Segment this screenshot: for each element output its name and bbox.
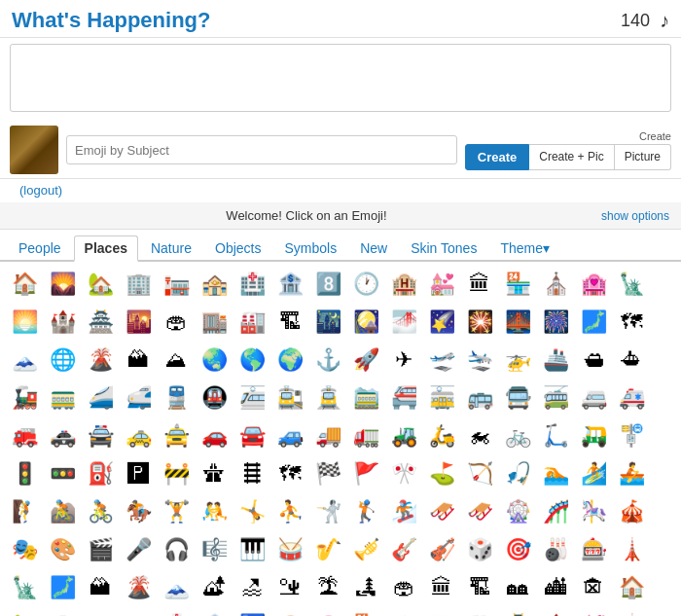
emoji-item[interactable]: 🎡 [499, 493, 536, 530]
emoji-item[interactable]: 🌄 [44, 266, 81, 303]
emoji-item[interactable]: 🏊 [537, 455, 574, 492]
emoji-item[interactable]: 🏛 [461, 266, 498, 303]
emoji-item[interactable]: 🏗 [461, 569, 498, 606]
emoji-item[interactable]: 🏰 [44, 304, 81, 341]
emoji-item[interactable]: 🏔 [82, 569, 119, 606]
emoji-item[interactable]: 🌠 [423, 304, 460, 341]
emoji-item[interactable]: 🚙 [271, 417, 308, 454]
emoji-item[interactable]: 🏨 [271, 607, 308, 616]
emoji-item[interactable]: 🏯 [499, 607, 536, 616]
emoji-item[interactable]: 🚍 [499, 380, 536, 417]
emoji-item[interactable]: 🏬 [196, 304, 233, 341]
emoji-item[interactable]: 🗾 [575, 304, 612, 341]
emoji-item[interactable]: 🚈 [233, 380, 270, 417]
emoji-item[interactable]: 🌋 [120, 569, 157, 606]
emoji-item[interactable]: 🏂 [385, 493, 422, 530]
emoji-item[interactable]: 🏪 [347, 607, 384, 616]
emoji-item[interactable]: 🌏 [196, 342, 233, 379]
emoji-item[interactable]: 🚴 [82, 493, 119, 530]
emoji-item[interactable]: 🗼 [613, 607, 650, 616]
picture-button[interactable]: Picture [615, 144, 671, 170]
emoji-item[interactable]: 🚣 [613, 455, 650, 492]
emoji-item[interactable]: 🚵 [44, 493, 81, 530]
emoji-item[interactable]: 🚇 [196, 380, 233, 417]
emoji-item[interactable]: 🚄 [82, 380, 119, 417]
emoji-item[interactable]: 🏛 [423, 569, 460, 606]
emoji-item[interactable]: 🏫 [385, 607, 422, 616]
emoji-item[interactable]: 🏘 [499, 569, 536, 606]
emoji-item[interactable]: 🏰 [537, 607, 574, 616]
emoji-item[interactable]: 🚕 [120, 417, 157, 454]
emoji-item[interactable]: 🗼 [613, 531, 650, 568]
emoji-item[interactable]: 🗽 [6, 569, 43, 606]
emoji-item[interactable]: 🏔 [120, 342, 157, 379]
emoji-item[interactable]: 🕐 [347, 266, 384, 303]
emoji-item[interactable]: 🏢 [44, 607, 81, 616]
emoji-item[interactable]: 🧗 [6, 493, 43, 530]
emoji-item[interactable]: 🏄 [575, 455, 612, 492]
emoji-item[interactable]: 🏗 [271, 304, 308, 341]
emoji-item[interactable]: 🚂 [6, 380, 43, 417]
tab-new[interactable]: New [349, 236, 398, 260]
emoji-item[interactable]: 🚦 [6, 455, 43, 492]
emoji-item[interactable]: 🎠 [575, 493, 612, 530]
emoji-item[interactable]: 🏇 [120, 493, 157, 530]
emoji-item[interactable]: 🛷 [423, 493, 460, 530]
emoji-item[interactable]: 🏟 [385, 569, 422, 606]
emoji-item[interactable]: 🏝 [309, 569, 346, 606]
emoji-item[interactable]: 🎨 [44, 531, 81, 568]
emoji-item[interactable]: 🎰 [575, 531, 612, 568]
emoji-item[interactable]: ⛰ [158, 342, 195, 379]
emoji-item[interactable]: 🌅 [6, 304, 43, 341]
emoji-item[interactable]: 🏍 [461, 417, 498, 454]
emoji-item[interactable]: 🛵 [423, 417, 460, 454]
create-button[interactable]: Create [465, 144, 529, 170]
tab-nature[interactable]: Nature [140, 236, 202, 260]
show-options[interactable]: show options [601, 209, 669, 223]
emoji-item[interactable]: 🏡 [6, 607, 43, 616]
emoji-item[interactable]: 🚧 [158, 455, 195, 492]
emoji-item[interactable]: 🚁 [499, 342, 536, 379]
emoji-item[interactable]: 🏥 [158, 607, 195, 616]
emoji-item[interactable]: 🌍 [271, 342, 308, 379]
emoji-item[interactable]: 🚜 [385, 417, 422, 454]
emoji-item[interactable]: ⛴ [613, 342, 650, 379]
emoji-item[interactable]: 🏬 [423, 607, 460, 616]
emoji-item[interactable]: 🎸 [385, 531, 422, 568]
emoji-item[interactable]: 🛫 [423, 342, 460, 379]
emoji-item[interactable]: 🚗 [196, 417, 233, 454]
emoji-item[interactable]: 🛺 [575, 417, 612, 454]
emoji-item[interactable]: 🚥 [44, 455, 81, 492]
emoji-item[interactable]: 🚏 [613, 417, 650, 454]
emoji-item[interactable]: 🏁 [309, 455, 346, 492]
emoji-item[interactable]: 🏋 [158, 493, 195, 530]
emoji-item[interactable]: 🚉 [271, 380, 308, 417]
emoji-item[interactable]: 🚋 [423, 380, 460, 417]
emoji-item[interactable]: 🚆 [158, 380, 195, 417]
emoji-item[interactable]: 🎲 [461, 531, 498, 568]
emoji-item[interactable]: 🤼 [196, 493, 233, 530]
emoji-item[interactable]: 🎇 [461, 304, 498, 341]
emoji-item[interactable]: 🏙 [537, 569, 574, 606]
logout-link[interactable]: (logout) [10, 181, 62, 198]
emoji-item[interactable]: 🎪 [613, 493, 650, 530]
emoji-item[interactable]: 🤺 [309, 493, 346, 530]
emoji-item[interactable]: 🏩 [309, 607, 346, 616]
emoji-item[interactable]: 🌋 [82, 342, 119, 379]
emoji-item[interactable]: 🎣 [499, 455, 536, 492]
emoji-item[interactable]: 🚅 [120, 380, 157, 417]
emoji-item[interactable]: 🚖 [158, 417, 195, 454]
emoji-item[interactable]: 🎯 [499, 531, 536, 568]
emoji-item[interactable]: 🏨 [385, 266, 422, 303]
emoji-item[interactable]: 🏪 [499, 266, 536, 303]
emoji-item[interactable]: 🏖 [233, 569, 270, 606]
emoji-item[interactable]: 🎭 [6, 531, 43, 568]
tab-objects[interactable]: Objects [204, 236, 271, 260]
emoji-item[interactable]: 🚝 [385, 380, 422, 417]
emoji-item[interactable]: 🗺 [613, 304, 650, 341]
tab-people[interactable]: People [8, 236, 72, 260]
emoji-item[interactable]: 🏩 [575, 266, 612, 303]
emoji-item[interactable]: 🏹 [461, 455, 498, 492]
emoji-item[interactable]: 🚘 [233, 417, 270, 454]
emoji-item[interactable]: 💒 [575, 607, 612, 616]
